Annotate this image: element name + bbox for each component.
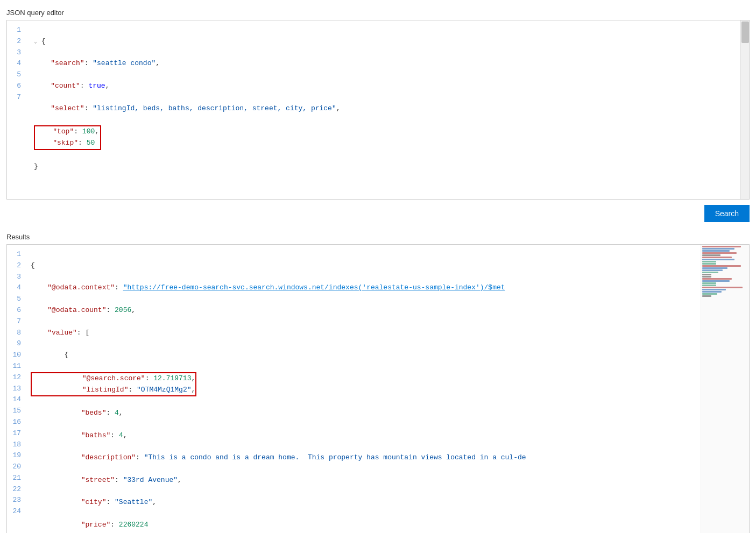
editor-scrollbar-thumb[interactable] [741,22,749,43]
results-line-numbers: 1 2 3 4 5 6 7 8 9 10 11 12 13 14 15 16 1 [7,245,29,533]
minimap-line [702,274,711,275]
r-line-12: "city": "Seattle", [31,497,698,508]
minimap-line [702,259,734,260]
results-section: Results 1 2 3 4 5 6 7 8 9 10 11 12 13 [0,230,756,533]
r-line-6: "@search.score": 12.719713, "listingId":… [31,372,698,397]
minimap-line [702,293,717,295]
r-line-num-11: 11 [7,361,25,372]
minimap-line [702,295,711,297]
results-title: Results [0,230,756,244]
r-line-num-17: 17 [7,428,25,439]
minimap-line [702,263,716,265]
minimap-line [702,250,730,252]
page-container: JSON query editor 1 2 3 4 5 6 7 ⌄ { "sea… [0,0,756,533]
editor-section: JSON query editor 1 2 3 4 5 6 7 ⌄ { "sea… [0,5,756,200]
results-code-area: 1 2 3 4 5 6 7 8 9 10 11 12 13 14 15 16 1 [7,245,701,533]
minimap-line [702,289,726,290]
minimap-line [702,282,716,284]
r-line-num-5: 5 [7,294,25,305]
minimap-line [702,287,743,288]
results-panel: 1 2 3 4 5 6 7 8 9 10 11 12 13 14 15 16 1 [6,244,750,533]
minimap-line [702,246,741,247]
minimap-content [701,245,749,299]
r-line-num-7: 7 [7,316,25,328]
r-line-num-4: 4 [7,282,25,294]
r-line-num-15: 15 [7,406,25,417]
results-code-content[interactable]: { "@odata.context": "https://free-demo-s… [29,245,701,533]
editor-line-2: "search": "seattle condo", [34,58,735,69]
editor-panel: 1 2 3 4 5 6 7 ⌄ { "search": "seattle con… [6,20,750,200]
minimap-line [702,269,723,271]
line-num-6: 6 [7,81,25,92]
r-line-num-6: 6 [7,305,25,316]
r-line-2: "@odata.context": "https://free-demo-sea… [31,282,698,294]
editor-code-content[interactable]: ⌄ { "search": "seattle condo", "count": … [29,20,740,199]
r-line-num-1: 1 [7,249,25,260]
r-line-num-10: 10 [7,350,25,361]
minimap-line [702,248,734,250]
search-button[interactable]: Search [704,205,750,222]
r-line-num-9: 9 [7,338,25,350]
r-line-num-16: 16 [7,417,25,428]
editor-scrollbar[interactable] [740,20,749,199]
editor-code-area: 1 2 3 4 5 6 7 ⌄ { "search": "seattle con… [7,20,749,199]
r-line-num-18: 18 [7,439,25,451]
r-line-1: { [31,260,698,272]
minimap-line [702,267,727,269]
r-line-num-3: 3 [7,272,25,283]
editor-line-5: "top": 100, "skip": 50 [34,125,735,150]
editor-line-1: ⌄ { [34,36,735,47]
line-num-1: 1 [7,25,25,36]
line-num-7: 7 [7,92,25,103]
r-line-num-21: 21 [7,473,25,484]
r-line-num-2: 2 [7,260,25,272]
minimap-line [702,265,741,267]
r-line-num-22: 22 [7,484,25,495]
line-num-5: 5 [7,69,25,81]
minimap-line [702,278,732,280]
minimap-line [702,285,716,286]
minimap-line [702,257,732,258]
r-line-9: "baths": 4, [31,430,698,442]
r-line-num-8: 8 [7,328,25,339]
line-num-2: 2 [7,36,25,47]
line-num-4: 4 [7,58,25,69]
minimap-line [702,276,711,278]
editor-title: JSON query editor [0,5,756,20]
r-line-num-19: 19 [7,450,25,461]
r-line-num-14: 14 [7,394,25,406]
r-line-num-23: 23 [7,495,25,506]
r-line-4: "value": [ [31,328,698,339]
r-line-num-20: 20 [7,461,25,473]
r-line-3: "@odata.count": 2056, [31,305,698,316]
r-line-8: "beds": 4, [31,408,698,419]
editor-line-7: } [34,161,735,173]
r-line-5: { [31,350,698,361]
editor-line-3: "count": true, [34,81,735,92]
minimap-line [702,272,718,273]
minimap-line [702,254,720,256]
results-minimap [701,245,749,533]
r-line-10: "description": "This is a condo and is a… [31,452,698,464]
minimap-line [702,252,737,254]
search-bar: Search [0,200,756,228]
r-line-11: "street": "33rd Avenue", [31,475,698,486]
r-line-num-13: 13 [7,383,25,395]
line-num-3: 3 [7,47,25,59]
r-line-num-24: 24 [7,506,25,517]
r-line-num-12: 12 [7,372,25,383]
editor-line-numbers: 1 2 3 4 5 6 7 [7,20,29,199]
r-line-13: "price": 2260224 [31,520,698,531]
minimap-line [702,291,722,293]
minimap-line [702,280,730,282]
minimap-line [702,261,716,262]
editor-line-4: "select": "listingId, beds, baths, descr… [34,103,735,115]
